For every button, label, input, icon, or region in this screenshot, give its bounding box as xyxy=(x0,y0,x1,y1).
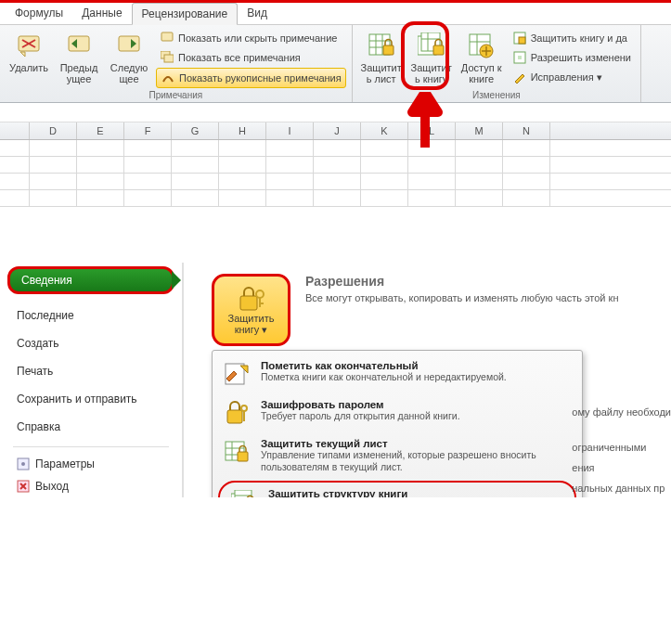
svg-rect-37 xyxy=(227,410,242,423)
sidebar-item-recent[interactable]: Последние xyxy=(0,302,182,329)
exit-icon xyxy=(17,480,30,493)
column-headers: D E F G H I J K L M N xyxy=(0,122,671,140)
share-workbook-button[interactable]: Доступ к книге xyxy=(458,29,505,86)
comment-icon xyxy=(160,31,174,45)
protect-sheet-button[interactable]: Защитить лист xyxy=(358,29,405,86)
permissions-block: Защитить книгу ▾ Разрешения Все могут от… xyxy=(212,274,671,346)
svg-rect-32 xyxy=(240,296,257,310)
protect-workbook-label: Защитить книгу xyxy=(410,62,453,84)
col-D[interactable]: D xyxy=(30,122,77,139)
group-comments-label: Примечания xyxy=(6,88,346,100)
sidebar-item-new[interactable]: Создать xyxy=(0,329,182,357)
col-H[interactable]: H xyxy=(219,122,266,139)
protect-workbook-button[interactable]: Защитить книгу xyxy=(408,29,455,86)
menu-item-protect-sheet[interactable]: Защитить текущий лист Управление типами … xyxy=(213,432,582,479)
unlock-icon xyxy=(512,50,527,65)
track-changes-button[interactable]: Исправления ▾ xyxy=(509,68,635,86)
delete-icon xyxy=(14,31,44,60)
protect-share-label: Защитить книгу и да xyxy=(531,32,627,44)
col-K[interactable]: K xyxy=(361,122,408,139)
options-label: Параметры xyxy=(35,457,95,470)
share-icon xyxy=(467,31,497,60)
col-G[interactable]: G xyxy=(172,122,219,139)
menu-item-encrypt[interactable]: Зашифровать паролем Требует пароль для о… xyxy=(213,393,582,432)
backstage: Сведения Последние Создать Печать Сохран… xyxy=(0,263,671,497)
backstage-main: Защитить книгу ▾ Разрешения Все могут от… xyxy=(184,263,671,497)
permissions-title: Разрешения xyxy=(305,274,618,289)
tab-data[interactable]: Данные xyxy=(72,3,131,24)
sidebar-item-save-send[interactable]: Сохранить и отправить xyxy=(0,385,182,413)
workbook-lock-menu-icon xyxy=(229,488,259,497)
backstage-sidebar: Сведения Последние Создать Печать Сохран… xyxy=(0,263,184,497)
col-N[interactable]: N xyxy=(503,122,550,139)
svg-rect-18 xyxy=(433,45,444,55)
menu-item-mark-final[interactable]: Пометить как окончательный Пометка книги… xyxy=(213,354,582,393)
svg-rect-24 xyxy=(519,37,525,44)
col-I[interactable]: I xyxy=(266,122,314,139)
protect-workbook-dropdown[interactable]: Защитить книгу ▾ xyxy=(212,274,290,346)
protect-share-button[interactable]: Защитить книгу и да xyxy=(509,29,635,47)
next-icon xyxy=(114,31,144,60)
ribbon-tabs: Формулы Данные Рецензирование Вид xyxy=(0,3,671,25)
encrypt-icon xyxy=(222,399,252,427)
svg-rect-26 xyxy=(518,56,522,59)
previous-label: Предыдущее xyxy=(58,62,100,84)
final-icon xyxy=(222,360,252,388)
col-L[interactable]: L xyxy=(408,122,456,139)
tab-formulas[interactable]: Формулы xyxy=(6,3,72,24)
share-workbook-label: Доступ к книге xyxy=(460,62,503,84)
delete-comment-button[interactable]: Удалить xyxy=(6,29,52,75)
delete-label: Удалить xyxy=(9,62,48,73)
ink-icon xyxy=(161,71,175,85)
svg-rect-7 xyxy=(164,55,174,62)
sidebar-item-options[interactable]: Параметры xyxy=(0,453,182,475)
ribbon: Формулы Данные Рецензирование Вид Удалит… xyxy=(0,0,671,207)
tab-review[interactable]: Рецензирование xyxy=(132,3,239,25)
col-E[interactable]: E xyxy=(77,122,124,139)
permissions-text: Разрешения Все могут открывать, копирова… xyxy=(305,274,618,346)
workbook-lock-icon xyxy=(417,31,446,60)
show-hide-label: Показать или скрыть примечание xyxy=(178,32,337,44)
previous-icon xyxy=(64,31,94,60)
show-ink-label: Показать рукописные примечания xyxy=(179,72,342,84)
allow-ranges-button[interactable]: Разрешить изменени xyxy=(509,48,635,67)
sidebar-item-help[interactable]: Справка xyxy=(0,413,182,441)
options-icon xyxy=(17,457,30,470)
pencil-icon xyxy=(512,70,527,84)
sidebar-item-info[interactable]: Сведения xyxy=(7,266,174,294)
sheet-lock-icon xyxy=(367,31,396,60)
next-comment-button[interactable]: Следующее xyxy=(106,29,152,86)
sheet-lock-menu-icon xyxy=(222,438,252,466)
menu-item-protect-structure[interactable]: Защитить структуру книги Предотвращение … xyxy=(218,481,576,497)
previous-comment-button[interactable]: Предыдущее xyxy=(56,29,102,86)
menu-final-desc: Пометка книги как окончательной и нереда… xyxy=(261,371,507,383)
group-changes-label: Изменения xyxy=(358,88,635,100)
show-ink-button[interactable]: Показать рукописные примечания xyxy=(156,68,346,88)
svg-point-33 xyxy=(256,290,264,298)
svg-point-28 xyxy=(21,462,25,466)
lock-share-icon xyxy=(512,31,527,45)
svg-rect-13 xyxy=(383,45,394,55)
col-M[interactable]: M xyxy=(456,122,503,139)
lock-key-icon xyxy=(235,285,268,313)
svg-rect-5 xyxy=(161,32,173,41)
protect-sheet-label: Защитить лист xyxy=(360,62,403,84)
col-F[interactable]: F xyxy=(124,122,172,139)
allow-ranges-label: Разрешить изменени xyxy=(531,52,631,63)
worksheet-grid[interactable] xyxy=(0,140,671,207)
group-changes: Защитить лист Защитить книгу Доступ к кн… xyxy=(353,25,641,102)
next-label: Следующее xyxy=(108,62,150,84)
col-J[interactable]: J xyxy=(314,122,361,139)
ribbon-body: Удалить Предыдущее Следующее xyxy=(0,25,671,103)
menu-final-title: Пометить как окончательный xyxy=(261,360,507,371)
show-all-comments-button[interactable]: Показать все примечания xyxy=(156,48,346,67)
show-hide-comment-button[interactable]: Показать или скрыть примечание xyxy=(156,29,346,47)
menu-sheet-desc: Управление типами изменений, которые раз… xyxy=(261,449,573,473)
protect-workbook-dropdown-label: Защитить книгу ▾ xyxy=(214,313,288,336)
tab-view[interactable]: Вид xyxy=(238,3,277,24)
protect-menu: Пометить как окончательный Пометка книги… xyxy=(212,350,583,497)
show-all-label: Показать все примечания xyxy=(178,52,301,63)
menu-encrypt-desc: Требует пароль для открытия данной книги… xyxy=(261,410,460,422)
sidebar-item-print[interactable]: Печать xyxy=(0,357,182,385)
sidebar-item-exit[interactable]: Выход xyxy=(0,475,182,497)
